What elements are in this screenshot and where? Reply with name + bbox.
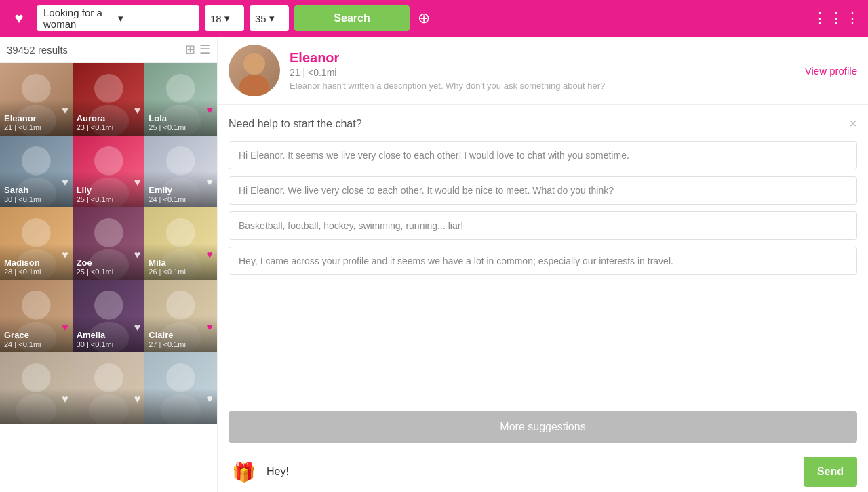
left-panel: 39452 results ⊞ ☰ Eleanor 21 | <0.1mi ♥ … — [0, 37, 217, 492]
grid-view-icon[interactable]: ⊞ — [185, 42, 195, 57]
avatar — [229, 45, 280, 96]
heart-icon[interactable]: ♥ — [206, 104, 213, 117]
heart-icon[interactable]: ♥ — [62, 176, 68, 188]
list-view-icon[interactable]: ☰ — [199, 42, 210, 57]
card-age: 25 | <0.1mi — [149, 123, 213, 131]
profile-name: Eleanor — [290, 50, 805, 66]
profile-card[interactable]: ♥ — [73, 352, 145, 425]
view-icons: ⊞ ☰ — [185, 42, 210, 57]
profiles-grid: Eleanor 21 | <0.1mi ♥ Aurora 23 | <0.1mi… — [0, 63, 217, 424]
card-age: 30 | <0.1mi — [4, 195, 68, 203]
card-name: Eleanor — [4, 113, 68, 123]
age-min-select[interactable]: 18 ▾ — [205, 5, 244, 31]
card-age: 26 | <0.1mi — [149, 268, 213, 276]
profile-card[interactable]: Lola 25 | <0.1mi ♥ — [144, 63, 217, 136]
card-name: Zoe — [77, 258, 141, 268]
heart-icon[interactable]: ♥ — [206, 321, 213, 333]
looking-for-value: Looking for a woman — [43, 7, 118, 30]
header: ♥ Eleanor Looking for a woman ▾ 18 ▾ 35 … — [0, 0, 868, 37]
chat-suggestion[interactable]: Basketball, football, hockey, swimming, … — [229, 211, 857, 240]
profile-card[interactable]: Mila 26 | <0.1mi ♥ — [144, 207, 217, 280]
profile-card[interactable]: ♥ — [144, 352, 217, 425]
main-layout: 39452 results ⊞ ☰ Eleanor 21 | <0.1mi ♥ … — [0, 37, 868, 492]
heart-icon[interactable]: ♥ — [62, 321, 68, 333]
age-min-value: 18 — [210, 13, 222, 24]
close-button[interactable]: × — [849, 116, 857, 131]
heart-icon[interactable]: ♥ — [62, 104, 68, 117]
looking-for-dropdown[interactable]: Eleanor Looking for a woman ▾ — [37, 5, 199, 31]
profile-card[interactable]: Madison 28 | <0.1mi ♥ — [0, 207, 73, 280]
card-name: Emily — [149, 185, 213, 195]
heart-icon[interactable]: ♥ — [134, 249, 141, 261]
view-profile-button[interactable]: View profile — [805, 65, 857, 77]
card-age: 24 | <0.1mi — [149, 195, 213, 203]
svg-point-30 — [243, 53, 265, 75]
heart-icon[interactable]: ♥ — [134, 176, 141, 188]
card-age: 21 | <0.1mi — [4, 123, 68, 131]
profile-card[interactable]: Aurora 23 | <0.1mi ♥ — [73, 63, 145, 136]
card-name: Mila — [149, 258, 213, 268]
gift-icon: 🎁 — [232, 461, 256, 483]
profile-card[interactable]: Sarah 30 | <0.1mi ♥ — [0, 136, 73, 208]
card-name: Grace — [4, 330, 68, 340]
card-age: 25 | <0.1mi — [77, 268, 141, 276]
svg-point-31 — [239, 75, 269, 96]
profile-card[interactable]: Amelia 30 | <0.1mi ♥ — [73, 280, 145, 352]
profile-header: Eleanor 21 | <0.1mi Eleanor hasn't writt… — [218, 37, 868, 105]
card-name: Aurora — [77, 113, 141, 123]
card-name: Amelia — [77, 330, 141, 340]
message-input-area: 🎁 Send — [218, 451, 868, 492]
chat-help-title: Need help to start the chat? — [229, 118, 362, 130]
heart-icon[interactable]: ♥ — [206, 393, 213, 405]
heart-icon[interactable]: ♥ — [206, 176, 213, 188]
send-button[interactable]: Send — [804, 457, 857, 487]
card-age: 25 | <0.1mi — [77, 195, 141, 203]
profile-card[interactable]: Lily 25 | <0.1mi ♥ — [73, 136, 145, 208]
search-button[interactable]: Search — [294, 5, 410, 31]
card-name: Lily — [77, 185, 141, 195]
right-panel: Eleanor 21 | <0.1mi Eleanor hasn't writt… — [217, 37, 868, 492]
card-name: Sarah — [4, 185, 68, 195]
profile-card[interactable]: ♥ — [0, 352, 73, 425]
message-input[interactable] — [264, 460, 798, 483]
heart-icon[interactable]: ♥ — [134, 321, 141, 333]
results-header: 39452 results ⊞ ☰ — [0, 37, 217, 63]
card-age: 23 | <0.1mi — [77, 123, 141, 131]
age-max-arrow: ▾ — [269, 12, 275, 24]
heart-icon[interactable]: ♥ — [206, 249, 213, 261]
profile-card[interactable]: Emily 24 | <0.1mi ♥ — [144, 136, 217, 208]
profile-description: Eleanor hasn't written a description yet… — [290, 81, 805, 91]
suggestions-list: Hi Eleanor. It seems we live very close … — [229, 141, 857, 275]
profile-card[interactable]: Eleanor 21 | <0.1mi ♥ — [0, 63, 73, 136]
zoom-icon[interactable]: ⊕ — [418, 9, 430, 27]
app-logo-heart: ♥ — [7, 9, 31, 27]
chat-suggestion[interactable]: Hi Eleanor. We live very close to each o… — [229, 176, 857, 205]
profile-age-dist: 21 | <0.1mi — [290, 67, 805, 78]
results-count: 39452 results — [7, 44, 185, 56]
menu-icon[interactable]: ⋮⋮⋮ — [812, 9, 861, 27]
age-min-arrow: ▾ — [224, 12, 230, 24]
heart-icon[interactable]: ♥ — [134, 393, 141, 405]
heart-icon[interactable]: ♥ — [62, 249, 68, 261]
card-age: 28 | <0.1mi — [4, 268, 68, 276]
looking-for-arrow: ▾ — [118, 12, 193, 24]
card-age: 27 | <0.1mi — [149, 340, 213, 348]
chat-help-section: Need help to start the chat? × Hi Eleano… — [218, 105, 868, 411]
profile-card[interactable]: Zoe 25 | <0.1mi ♥ — [73, 207, 145, 280]
card-name: Lola — [149, 113, 213, 123]
gift-icon-button[interactable]: 🎁 — [229, 457, 258, 487]
age-max-select[interactable]: 35 ▾ — [250, 5, 289, 31]
chat-suggestion[interactable]: Hey, I came across your profile and it s… — [229, 247, 857, 275]
profile-card[interactable]: Grace 24 | <0.1mi ♥ — [0, 280, 73, 352]
chat-help-header: Need help to start the chat? × — [229, 116, 857, 131]
card-name: Claire — [149, 330, 213, 340]
heart-icon[interactable]: ♥ — [134, 104, 141, 117]
card-age: 30 | <0.1mi — [77, 340, 141, 348]
heart-icon[interactable]: ♥ — [62, 393, 68, 405]
chat-suggestion[interactable]: Hi Eleanor. It seems we live very close … — [229, 141, 857, 169]
more-suggestions-button[interactable]: More suggestions — [229, 411, 857, 443]
card-name: Madison — [4, 258, 68, 268]
age-max-value: 35 — [255, 13, 267, 24]
profile-card[interactable]: Claire 27 | <0.1mi ♥ — [144, 280, 217, 352]
card-age: 24 | <0.1mi — [4, 340, 68, 348]
